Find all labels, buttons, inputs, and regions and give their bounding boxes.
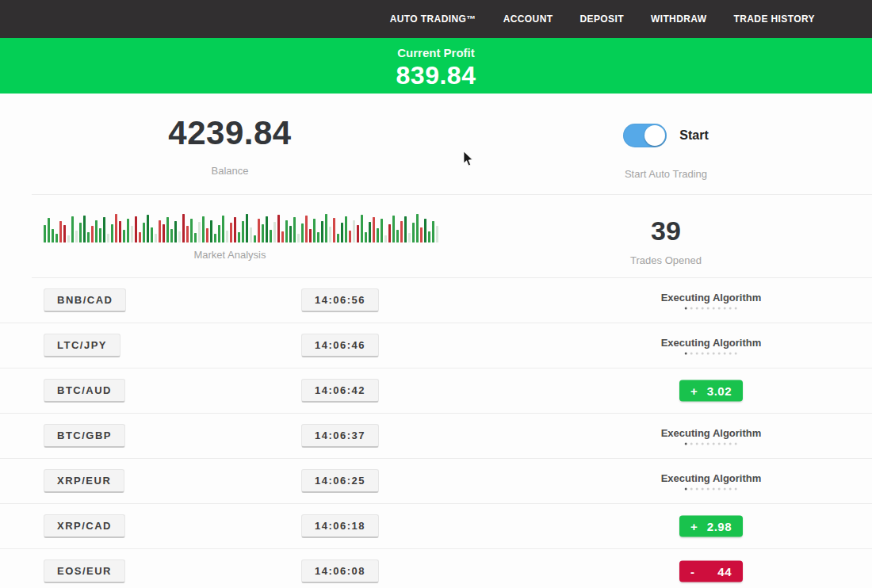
trade-rows: BNB/CAD14:06:56Executing AlgorithmLTC/JP… [0,278,872,588]
progress-dot [707,353,709,355]
market-bar [365,232,367,242]
market-bar [119,221,121,242]
market-bar [155,234,157,242]
market-bar [170,229,173,242]
pair-chip: BNB/CAD [44,288,126,312]
progress-dot [718,488,721,491]
progress-dot [724,443,726,445]
progress-dot [724,307,726,310]
nav-item-withdraw[interactable]: WITHDRAW [651,13,707,25]
nav-item-deposit[interactable]: DEPOSIT [579,13,623,25]
market-bar [285,220,288,243]
trade-row: BTC/AUD14:06:42+3.02 [0,368,872,414]
trade-status: Executing Algorithm [661,427,762,445]
badge-sign: - [690,565,695,578]
market-bar [55,234,58,242]
progress-dot [690,307,693,310]
progress-dot [729,488,732,491]
executing-algorithm-label: Executing Algorithm [661,472,762,484]
progress-dot [724,488,726,491]
market-bar [123,230,125,242]
time-chip: 14:06:37 [301,424,379,448]
market-bar [238,232,240,242]
market-bar [281,231,284,242]
market-bar [305,216,308,242]
time-chip: 14:06:56 [301,288,379,312]
market-bar [250,227,252,242]
market-bar [198,222,201,242]
market-bar [48,218,50,242]
market-bar [87,232,90,242]
market-bar [131,226,133,242]
badge-sign: + [690,384,698,398]
market-bar [277,215,280,242]
executing-algorithm-label: Executing Algorithm [661,292,762,304]
market-bar [313,219,316,242]
market-bar [135,216,137,242]
market-bar [143,223,145,242]
time-chip: 14:06:18 [301,514,379,538]
market-bar [381,219,383,242]
market-bar [139,232,141,242]
market-bar [388,224,391,242]
badge-sign: + [690,520,698,533]
market-bar [103,217,105,242]
trade-row: XRP/EUR14:06:25Executing Algorithm [0,459,872,504]
progress-dot [729,353,732,355]
auto-trading-toggle[interactable] [623,124,667,147]
market-bar [147,215,149,242]
progress-dot [707,307,709,310]
badge-value: 3.02 [707,384,732,398]
badge-value: 44 [717,565,732,578]
market-bar [226,231,228,242]
top-nav: AUTO TRADING™ ACCOUNT DEPOSIT WITHDRAW T… [0,0,872,38]
market-bar [357,225,359,242]
pair-chip: BTC/AUD [44,379,125,403]
trade-status: +2.98 [679,516,743,537]
market-bar [246,214,248,242]
market-bar [404,216,407,242]
progress-dot [707,488,709,491]
balance-label: Balance [212,165,249,177]
market-bar [218,225,220,242]
trade-row: LTC/JPY14:06:46Executing Algorithm [0,323,872,368]
progress-dot [702,443,704,445]
trade-row: BNB/CAD14:06:56Executing Algorithm [0,278,872,323]
executing-algorithm-label: Executing Algorithm [661,337,762,349]
market-bar [329,227,331,242]
progress-dot [735,443,737,445]
nav-item-trade-history[interactable]: TRADE HISTORY [733,13,815,25]
progress-dot [685,488,687,491]
time-chip: 14:06:08 [301,559,379,583]
pair-chip: LTC/JPY [44,334,120,357]
progress-dot [690,488,693,491]
market-bar [151,227,153,242]
market-bar [115,214,117,242]
market-bar [432,221,434,242]
market-bar [44,225,46,242]
progress-dot [702,307,704,310]
market-bar [83,216,86,242]
market-bar [206,228,208,242]
trade-status: Executing Algorithm [661,292,762,310]
market-analysis-chart [44,212,438,242]
trade-status: +3.02 [679,380,743,402]
market-bar [71,216,74,242]
market-bar [321,221,323,242]
market-bar [59,221,62,242]
time-chip: 14:06:42 [301,379,379,403]
pair-chip: XRP/EUR [44,469,124,493]
nav-item-account[interactable]: ACCOUNT [503,13,553,25]
nav-item-auto-trading[interactable]: AUTO TRADING™ [390,13,476,25]
market-bar [91,226,94,242]
pair-chip: EOS/EUR [44,559,125,583]
progress-dots [661,488,762,491]
trade-status: Executing Algorithm [661,472,762,491]
progress-dot [713,488,715,491]
market-bar [412,223,415,242]
trade-row: EOS/EUR14:06:08-44 [0,549,872,588]
progress-dots [661,307,762,310]
market-bar [159,220,161,243]
market-bar [258,219,260,242]
progress-dots [661,353,762,355]
